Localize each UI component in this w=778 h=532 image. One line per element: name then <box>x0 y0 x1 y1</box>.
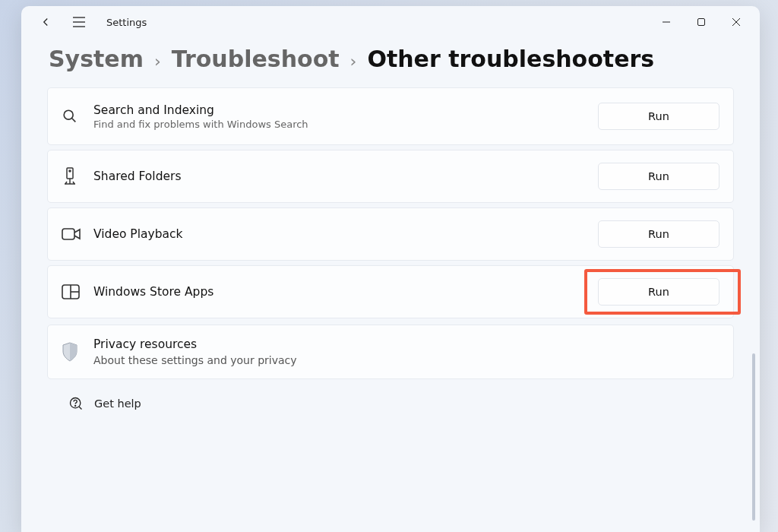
svg-rect-4 <box>698 19 705 26</box>
troubleshooter-title: Windows Store Apps <box>93 285 598 299</box>
svg-point-16 <box>75 405 76 406</box>
svg-point-10 <box>69 170 71 172</box>
troubleshooter-search-indexing[interactable]: Search and Indexing Find and fix problem… <box>47 87 734 145</box>
run-button-label: Run <box>648 110 669 122</box>
troubleshooter-video-playback[interactable]: Video Playback Run <box>47 207 734 261</box>
video-icon <box>62 226 81 242</box>
run-button[interactable]: Run <box>598 103 719 130</box>
content-area: Search and Indexing Find and fix problem… <box>21 87 760 532</box>
back-button[interactable] <box>35 11 56 33</box>
get-help-label: Get help <box>94 397 141 410</box>
close-button[interactable] <box>719 7 754 37</box>
run-button[interactable]: Run <box>598 163 719 190</box>
troubleshooter-shared-folders[interactable]: Shared Folders Run <box>47 150 734 203</box>
privacy-title: Privacy resources <box>93 337 297 351</box>
run-button-label: Run <box>648 286 669 298</box>
chevron-right-icon: › <box>154 52 161 71</box>
minimize-button[interactable] <box>649 7 684 37</box>
app-title: Settings <box>106 17 147 28</box>
menu-button[interactable] <box>67 11 91 33</box>
troubleshooter-title: Video Playback <box>93 227 598 241</box>
privacy-resources[interactable]: Privacy resources About these settings a… <box>47 325 734 379</box>
breadcrumb-other-troubleshooters: Other troubleshooters <box>367 46 654 72</box>
close-icon <box>732 17 741 27</box>
troubleshooter-subtitle: Find and fix problems with Windows Searc… <box>93 119 598 130</box>
search-icon <box>62 108 78 125</box>
svg-rect-11 <box>62 229 74 239</box>
maximize-button[interactable] <box>684 7 719 37</box>
hamburger-icon <box>72 17 86 27</box>
svg-line-8 <box>72 119 76 122</box>
breadcrumb-troubleshoot[interactable]: Troubleshoot <box>172 46 340 72</box>
shield-icon <box>62 342 78 362</box>
minimize-icon <box>662 17 671 27</box>
troubleshooter-title: Shared Folders <box>93 169 598 183</box>
troubleshooter-title: Search and Indexing <box>93 103 598 117</box>
run-button[interactable]: Run <box>598 278 719 306</box>
help-icon <box>68 396 84 411</box>
shared-folders-icon <box>62 167 78 185</box>
privacy-subtitle: About these settings and your privacy <box>93 354 297 366</box>
breadcrumb: System › Troubleshoot › Other troublesho… <box>21 38 760 87</box>
arrow-left-icon <box>39 15 52 29</box>
store-apps-icon <box>62 284 80 299</box>
chevron-right-icon: › <box>350 52 357 71</box>
run-button-label: Run <box>648 170 669 182</box>
troubleshooter-windows-store-apps[interactable]: Windows Store Apps Run <box>47 265 734 318</box>
run-button-label: Run <box>648 228 669 240</box>
breadcrumb-system[interactable]: System <box>49 46 144 72</box>
get-help-link[interactable]: Get help <box>47 379 734 425</box>
scrollbar-thumb[interactable] <box>752 353 755 521</box>
run-button[interactable]: Run <box>598 220 719 248</box>
svg-point-7 <box>64 110 73 119</box>
svg-rect-9 <box>67 168 73 179</box>
settings-window: Settings System › Troubleshoot › Other t… <box>21 6 760 532</box>
titlebar: Settings <box>21 6 760 38</box>
maximize-icon <box>697 17 706 27</box>
svg-line-17 <box>79 407 81 409</box>
